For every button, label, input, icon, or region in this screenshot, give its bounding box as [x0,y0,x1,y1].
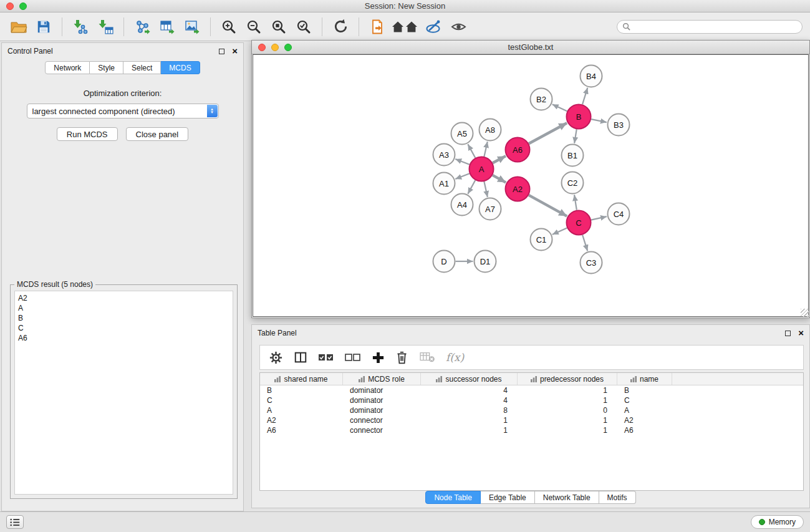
export-network-button[interactable] [131,16,153,38]
mcds-result-list[interactable]: A2ABCA6 [14,291,233,495]
table-row[interactable]: Cdominator41C [260,395,803,405]
graph-node-A6[interactable]: A6 [506,138,530,162]
task-history-button[interactable] [6,515,24,529]
zoom-selected-button[interactable] [292,16,315,38]
graph-edge-C-C2[interactable] [574,195,577,210]
graph-edge-A2-C[interactable] [529,195,567,216]
graph-edge-A-A4[interactable] [468,180,475,194]
network-snapshot-button[interactable] [366,16,388,38]
column-header-MCDS-role[interactable]: MCDS role [343,373,421,385]
search-box[interactable] [617,20,803,34]
tab-network-table[interactable]: Network Table [535,491,599,504]
home-view-button[interactable] [391,16,420,38]
node-table[interactable]: shared nameMCDS rolesuccessor nodesprede… [259,372,804,491]
network-svg[interactable]: B4B2BB3A8A5A6A3B1AC2A1A2A4A7C4CC1C3DD1 [253,55,809,317]
network-canvas[interactable]: B4B2BB3A8A5A6A3B1AC2A1A2A4A7C4CC1C3DD1 [253,54,809,317]
graph-edge-A-A8[interactable] [484,142,487,157]
network-close-button[interactable] [258,44,266,51]
graph-edge-A-A6[interactable] [493,156,506,163]
graph-node-C4[interactable]: C4 [608,203,630,225]
add-column-button[interactable] [372,351,385,364]
graph-node-D1[interactable]: D1 [475,251,496,273]
tab-network[interactable]: Network [45,61,90,74]
float-panel-icon[interactable] [785,331,791,336]
result-item[interactable]: A [18,303,229,313]
graph-edge-B-B3[interactable] [591,119,607,122]
graph-node-C[interactable]: C [567,211,591,235]
tab-mcds[interactable]: MCDS [161,61,200,74]
graph-node-A5[interactable]: A5 [451,123,473,145]
close-panel-icon[interactable]: × [232,48,238,54]
show-columns-button[interactable] [294,351,307,364]
graph-node-D[interactable]: D [433,251,455,273]
table-row[interactable]: Adominator80A [260,405,803,415]
tab-motifs[interactable]: Motifs [599,491,636,504]
graph-node-A[interactable]: A [470,157,494,181]
search-input[interactable] [634,22,797,31]
result-item[interactable]: B [18,313,229,323]
table-row[interactable]: A6connector11A6 [260,425,803,435]
table-row[interactable]: Bdominator41B [260,385,803,395]
import-network-button[interactable] [69,16,92,38]
graph-edge-B-B1[interactable] [574,129,577,143]
refresh-button[interactable] [329,16,352,38]
graph-edge-C-C4[interactable] [591,216,607,220]
import-table-button[interactable] [94,16,117,38]
column-header-shared-name[interactable]: shared name [260,373,343,385]
column-header-successor-nodes[interactable]: successor nodes [421,373,518,385]
zoom-in-button[interactable] [218,16,240,38]
export-table-button[interactable] [156,16,178,38]
graph-node-A7[interactable]: A7 [480,198,501,220]
graph-node-B2[interactable]: B2 [531,89,552,110]
graph-edge-C-C1[interactable] [552,228,567,235]
graph-node-A2[interactable]: A2 [506,177,530,201]
select-all-button[interactable] [318,352,334,363]
close-panel-button[interactable]: Close panel [126,127,189,141]
table-settings-button[interactable] [269,351,283,365]
run-mcds-button[interactable]: Run MCDS [57,127,118,141]
open-session-button[interactable] [7,16,30,38]
graph-edge-A-A5[interactable] [468,144,475,158]
graph-node-C1[interactable]: C1 [531,229,552,251]
deselect-all-button[interactable] [345,352,361,363]
tab-edge-table[interactable]: Edge Table [481,491,535,504]
close-panel-icon[interactable]: × [798,330,804,336]
graph-node-C3[interactable]: C3 [581,252,602,274]
network-minimize-button[interactable] [271,44,279,51]
table-row[interactable]: A2connector11A2 [260,415,803,425]
result-item[interactable]: A6 [18,333,229,343]
graph-node-A4[interactable]: A4 [451,194,473,216]
graph-edge-A6-B[interactable] [529,123,567,143]
network-zoom-button[interactable] [284,44,292,51]
function-builder-button[interactable]: f(x) [446,351,464,364]
column-header-name[interactable]: name [617,373,672,385]
result-item[interactable]: C [18,323,229,333]
save-session-button[interactable] [32,16,55,38]
graph-edge-A-A1[interactable] [455,173,470,179]
tab-node-table[interactable]: Node Table [425,491,481,504]
zoom-window-button[interactable] [19,2,27,10]
graph-node-A8[interactable]: A8 [480,119,501,141]
float-panel-icon[interactable] [219,49,224,54]
graph-edge-C-C3[interactable] [582,235,587,251]
zoom-fit-button[interactable] [268,16,290,38]
graph-edge-A-A2[interactable] [493,175,506,183]
close-window-button[interactable] [6,2,14,10]
export-image-button[interactable] [181,16,203,38]
graph-edge-B-B2[interactable] [552,104,567,111]
delete-table-button[interactable] [419,351,435,364]
graph-node-A3[interactable]: A3 [433,144,455,166]
graph-node-C2[interactable]: C2 [562,172,584,194]
graph-node-B[interactable]: B [567,105,591,129]
network-window-titlebar[interactable]: testGlobe.txt [252,41,809,54]
graph-node-A1[interactable]: A1 [433,173,455,195]
tab-style[interactable]: Style [90,61,123,74]
graph-edge-A-A3[interactable] [455,159,470,165]
graph-edge-B-B4[interactable] [582,88,587,105]
apply-style-button[interactable] [422,16,445,38]
criterion-dropdown[interactable]: largest connected component (directed) ▲… [27,104,219,118]
tab-select[interactable]: Select [123,61,161,74]
graph-edge-A-A7[interactable] [484,181,487,197]
zoom-out-button[interactable] [243,16,265,38]
column-header-predecessor-nodes[interactable]: predecessor nodes [518,373,617,385]
